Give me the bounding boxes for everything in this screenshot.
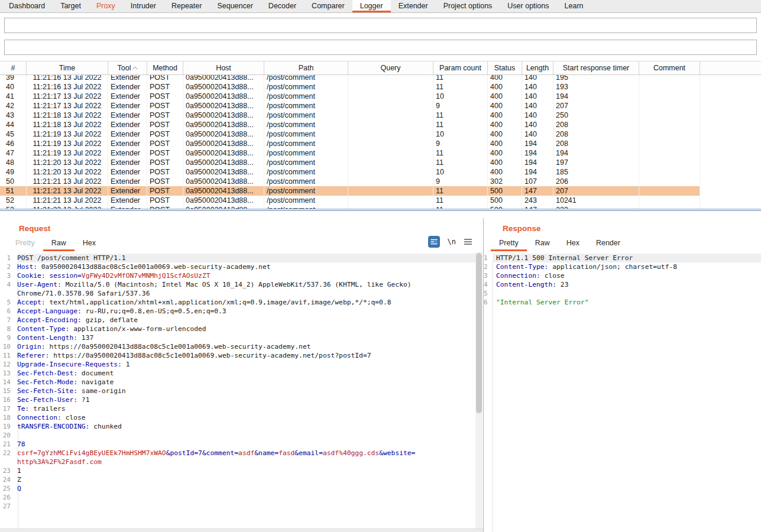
request-vertical-scrollbar[interactable] [475,252,482,528]
cell-status: 400 [488,158,522,167]
code-line: 20 [0,431,476,440]
column-header-time[interactable]: Time [27,61,108,74]
menu-tab-sequencer[interactable]: Sequencer [209,0,260,12]
column-header-length[interactable]: Length [522,61,553,74]
prettify-icon[interactable] [428,236,440,248]
menu-tab-decoder[interactable]: Decoder [261,0,304,12]
menu-tab-target[interactable]: Target [53,0,89,12]
table-row[interactable]: 4211:21:17 13 Jul 2022ExtenderPOST0a9500… [0,101,761,111]
menu-tab-logger[interactable]: Logger [352,0,391,12]
column-header-comment[interactable]: Comment [639,61,700,74]
line-text: Connection: close [490,271,761,280]
cell-path: /post/comment [264,120,348,129]
cell-method: POST [147,205,183,209]
code-line: 5 [484,289,761,298]
table-row[interactable]: 3911:21:16 13 Jul 2022ExtenderPOST0a9500… [0,75,761,82]
cell-time: 11:21:20 13 Jul 2022 [27,158,108,167]
request-tab-hex[interactable]: Hex [75,238,104,251]
cell-tool: Extender [108,196,147,205]
column-header-method[interactable]: Method [147,61,183,74]
cell-: 43 [0,111,27,120]
cell-host: 0a9500020413d88... [183,101,264,111]
line-number: 3 [0,271,14,280]
table-row[interactable]: 4311:21:18 13 Jul 2022ExtenderPOST0a9500… [0,111,761,120]
table-row[interactable]: 5011:21:21 13 Jul 2022ExtenderPOST0a9500… [0,177,761,186]
cell-path: /post/comment [264,129,348,139]
cell-query [348,186,433,196]
cell-filler [700,111,761,120]
line-number: 24 [0,475,14,484]
request-horizontal-scrollbar[interactable] [0,528,483,532]
newline-toggle-icon[interactable]: \n [448,238,456,246]
code-line: 7Accept-Encoding: gzip, deflate [0,316,476,325]
request-tab-pretty[interactable]: Pretty [7,238,43,251]
cell-comment [639,186,700,196]
table-row[interactable]: 4711:21:19 13 Jul 2022ExtenderPOST0a9500… [0,148,761,158]
response-tab-pretty[interactable]: Pretty [491,238,527,251]
cell-comment [639,167,700,177]
cell-method: POST [147,75,183,82]
line-text: Content-Length: 23 [490,280,761,289]
code-line: 11Referer: https://0a9500020413d88ac08c5… [0,351,476,360]
line-text [490,289,761,298]
menu-tab-extender[interactable]: Extender [391,0,436,12]
table-row[interactable]: 4111:21:17 13 Jul 2022ExtenderPOST0a9500… [0,92,761,101]
line-text: Te: trailers [15,404,476,413]
table-row[interactable]: 4411:21:18 13 Jul 2022ExtenderPOST0a9500… [0,120,761,129]
table-row[interactable]: 5211:21:21 13 Jul 2022ExtenderPOST0a9500… [0,196,761,205]
response-tab-hex[interactable]: Hex [558,238,588,251]
cell-param-count: 10 [433,92,488,101]
menu-tab-dashboard[interactable]: Dashboard [1,0,53,12]
menu-tab-proxy[interactable]: Proxy [89,0,123,12]
capture-filter-bar[interactable]: Capture filter: Logger memory limit set … [4,18,757,33]
table-row[interactable]: 4811:21:20 13 Jul 2022ExtenderPOST0a9500… [0,158,761,167]
response-tab-render[interactable]: Render [588,238,629,251]
menu-tab-project-options[interactable]: Project options [436,0,500,12]
column-header-host[interactable]: Host [183,61,264,74]
cell-: 45 [0,129,27,139]
request-tab-raw[interactable]: Raw [43,238,75,251]
cell-param-count: 9 [433,139,488,148]
cell-comment [639,75,700,82]
code-line: 16Sec-Fetch-User: ?1 [0,395,476,404]
menu-tab-intruder[interactable]: Intruder [123,0,164,12]
cell-: 40 [0,82,27,92]
column-header-status[interactable]: Status [488,61,522,74]
cell-param-count: 11 [433,111,488,120]
column-header-query[interactable]: Query [348,61,433,74]
table-row[interactable]: 4611:21:19 13 Jul 2022ExtenderPOST0a9500… [0,139,761,148]
split-divider[interactable] [0,209,761,218]
column-header-[interactable]: # [0,61,27,74]
table-row[interactable]: 4911:21:20 13 Jul 2022ExtenderPOST0a9500… [0,167,761,177]
cell-status: 400 [488,111,522,120]
cell-query [348,139,433,148]
table-row[interactable]: 5311:21:22 13 Jul 2022ExtenderPOST0a9500… [0,205,761,209]
menu-tab-repeater[interactable]: Repeater [164,0,209,12]
request-tabs: PrettyRawHex [7,238,483,251]
table-row[interactable]: 5111:21:21 13 Jul 2022ExtenderPOST0a9500… [0,186,761,196]
cell-status: 500 [488,205,522,209]
table-row[interactable]: 4511:21:19 13 Jul 2022ExtenderPOST0a9500… [0,129,761,139]
cell-tool: Extender [108,75,147,82]
cell-tool: Extender [108,177,147,186]
column-header-tool[interactable]: Tool [108,61,147,74]
response-editor[interactable]: 1HTTP/1.1 500 Internal Server Error2Cont… [484,252,761,532]
column-header-path[interactable]: Path [264,61,348,74]
editor-menu-icon[interactable] [464,238,472,245]
request-editor[interactable]: 1POST /post/comment HTTP/1.12Host: 0a950… [0,252,483,532]
code-line: 15Sec-Fetch-Site: same-origin [0,387,476,395]
menu-tab-user-options[interactable]: User options [500,0,556,12]
cell-status: 400 [488,82,522,92]
table-row[interactable]: 4011:21:16 13 Jul 2022ExtenderPOST0a9500… [0,82,761,92]
cell-host: 0a9500020413d88... [183,148,264,158]
cell-time: 11:21:18 13 Jul 2022 [27,111,108,120]
view-filter-bar[interactable]: View filter: Showing all items [4,40,757,55]
menu-tab-comparer[interactable]: Comparer [304,0,352,12]
column-header-start-response-timer[interactable]: Start response timer [553,61,639,74]
menu-tab-learn[interactable]: Learn [557,0,591,12]
cell-query [348,82,433,92]
column-header-param-count[interactable]: Param count [433,61,488,74]
response-tab-raw[interactable]: Raw [527,238,558,251]
cell-time: 11:21:16 13 Jul 2022 [27,82,108,92]
cell-length: 194 [522,158,553,167]
